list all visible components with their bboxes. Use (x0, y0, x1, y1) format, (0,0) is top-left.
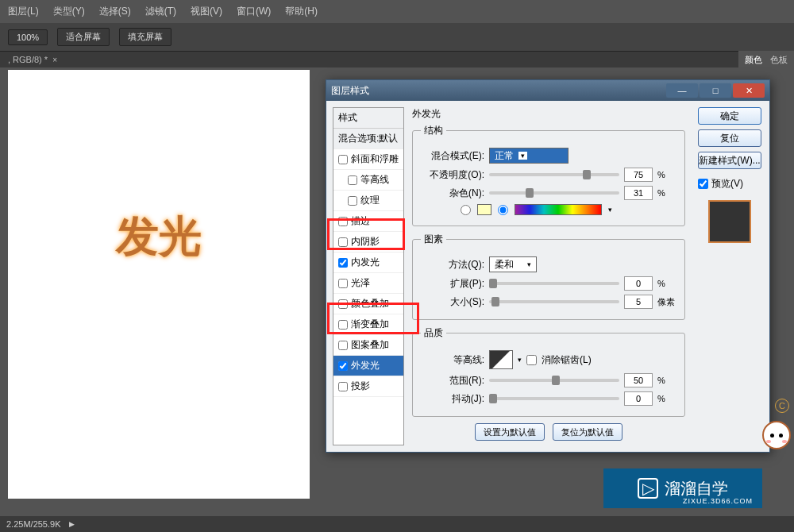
status-bar: 2.25M/255.9K ▶ (0, 516, 794, 532)
style-item-6[interactable]: 光泽 (333, 273, 403, 294)
spread-slider[interactable] (489, 282, 619, 285)
copyright-icon: C (775, 399, 789, 413)
canvas-text: 发光 (116, 208, 202, 266)
preview-thumbnail (708, 200, 751, 243)
minimize-icon[interactable]: — (666, 83, 698, 98)
preview-checkbox[interactable] (698, 179, 708, 189)
style-item-11[interactable]: 投影 (333, 376, 403, 397)
restore-default-button[interactable]: 复位为默认值 (553, 423, 622, 441)
color-radio[interactable] (461, 205, 471, 215)
jitter-slider[interactable] (489, 397, 619, 400)
noise-input[interactable]: 31 (624, 186, 653, 200)
range-slider[interactable] (489, 379, 619, 382)
menu-help[interactable]: 帮助(H) (285, 5, 318, 18)
style-item-10[interactable]: 外发光 (333, 356, 403, 376)
close-icon[interactable]: ✕ (733, 83, 765, 98)
style-checkbox[interactable] (338, 341, 348, 350)
outer-glow-panel: 外发光 结构 混合模式(E): 正常▾ 不透明度(O): 75 % 杂色(N):… (407, 101, 690, 452)
menu-layer[interactable]: 图层(L) (8, 5, 39, 18)
watermark: ▷ 溜溜自学 ZIXUE.3D66.COM (603, 468, 762, 508)
method-select[interactable]: 柔和▾ (489, 256, 537, 272)
blend-mode-select[interactable]: 正常▾ (489, 148, 569, 164)
play-icon: ▷ (638, 478, 658, 499)
noise-slider[interactable] (489, 191, 619, 195)
new-style-button[interactable]: 新建样式(W)... (698, 152, 761, 169)
jitter-input[interactable]: 0 (624, 391, 653, 406)
style-item-4[interactable]: 内阴影 (333, 232, 403, 253)
style-checkbox[interactable] (338, 279, 348, 288)
style-checkbox[interactable] (338, 361, 348, 371)
antialias-checkbox[interactable] (526, 355, 537, 365)
style-checkbox[interactable] (338, 382, 348, 391)
options-bar: 100% 适合屏幕 填充屏幕 (0, 23, 794, 52)
color-panel-tabs: 颜色 色板 (738, 51, 794, 69)
style-checkbox[interactable] (348, 175, 357, 185)
style-checkbox[interactable] (338, 237, 348, 247)
tab-color[interactable]: 颜色 (745, 54, 762, 66)
menu-view[interactable]: 视图(V) (191, 5, 222, 18)
style-item-1[interactable]: 等高线 (333, 170, 403, 191)
menu-filter[interactable]: 滤镜(T) (145, 5, 176, 18)
fill-screen-button[interactable]: 填充屏幕 (119, 28, 172, 46)
maximize-icon[interactable]: □ (700, 83, 731, 98)
style-checkbox[interactable] (338, 155, 348, 164)
spread-input[interactable]: 0 (624, 276, 653, 291)
style-checkbox[interactable] (338, 258, 348, 268)
opacity-input[interactable]: 75 (624, 168, 653, 182)
style-item-8[interactable]: 渐变叠加 (333, 314, 403, 335)
style-checkbox[interactable] (338, 320, 348, 330)
style-item-0[interactable]: 斜面和浮雕 (333, 149, 403, 170)
style-item-7[interactable]: 颜色叠加 (333, 294, 403, 314)
dialog-right-column: 确定 复位 新建样式(W)... 预览(V) (690, 101, 769, 452)
close-tab-icon[interactable]: × (52, 56, 57, 64)
gradient-preview[interactable] (515, 204, 602, 215)
color-swatch[interactable] (477, 204, 491, 215)
style-item-2[interactable]: 纹理 (333, 191, 403, 211)
style-checkbox[interactable] (338, 299, 348, 309)
style-item-9[interactable]: 图案叠加 (333, 335, 403, 356)
section-title: 外发光 (412, 107, 685, 121)
set-default-button[interactable]: 设置为默认值 (475, 423, 545, 441)
layer-style-dialog: 图层样式 — □ ✕ 样式 混合选项:默认 斜面和浮雕等高线纹理描边内阴影内发光… (326, 79, 770, 453)
size-slider[interactable] (489, 300, 619, 303)
styles-header: 样式 (333, 108, 403, 129)
style-checkbox[interactable] (348, 196, 357, 206)
menu-select[interactable]: 选择(S) (99, 5, 131, 18)
status-arrow-icon[interactable]: ▶ (69, 520, 75, 528)
style-item-3[interactable]: 描边 (333, 211, 403, 232)
style-item-5[interactable]: 内发光 (333, 253, 403, 273)
size-input[interactable]: 5 (624, 295, 653, 309)
canvas: 发光 (8, 70, 310, 499)
range-input[interactable]: 50 (624, 373, 653, 387)
opacity-slider[interactable] (489, 173, 619, 176)
tab-swatches[interactable]: 色板 (770, 54, 788, 66)
zoom-level[interactable]: 100% (8, 29, 48, 45)
dialog-titlebar[interactable]: 图层样式 — □ ✕ (326, 80, 769, 101)
document-tabbar: , RGB/8) * × (0, 52, 794, 67)
ok-button[interactable]: 确定 (698, 107, 761, 125)
style-checkbox[interactable] (338, 217, 348, 226)
dialog-title: 图层样式 (331, 84, 665, 98)
menu-type[interactable]: 类型(Y) (53, 5, 85, 18)
contour-arrow-icon[interactable]: ▾ (518, 356, 522, 364)
fit-screen-button[interactable]: 适合屏幕 (57, 28, 110, 46)
contour-preview[interactable] (489, 350, 513, 369)
menu-window[interactable]: 窗口(W) (237, 5, 271, 18)
blend-options-default[interactable]: 混合选项:默认 (333, 129, 403, 149)
quality-group: 品质 等高线: ▾ 消除锯齿(L) 范围(R): 50 % 抖动(J): (412, 326, 685, 417)
structure-group: 结构 混合模式(E): 正常▾ 不透明度(O): 75 % 杂色(N): 31 … (412, 124, 685, 226)
styles-list: 样式 混合选项:默认 斜面和浮雕等高线纹理描边内阴影内发光光泽颜色叠加渐变叠加图… (333, 107, 404, 445)
cancel-button[interactable]: 复位 (698, 129, 761, 147)
gradient-radio[interactable] (498, 205, 508, 215)
gradient-arrow-icon[interactable]: ▾ (608, 206, 612, 214)
document-tab[interactable]: , RGB/8) * (8, 55, 48, 64)
menu-bar: 图层(L) 类型(Y) 选择(S) 滤镜(T) 视图(V) 窗口(W) 帮助(H… (0, 0, 794, 23)
elements-group: 图素 方法(Q): 柔和▾ 扩展(P): 0 % 大小(S): 5 像素 (412, 233, 685, 320)
mascot-icon (762, 421, 794, 476)
